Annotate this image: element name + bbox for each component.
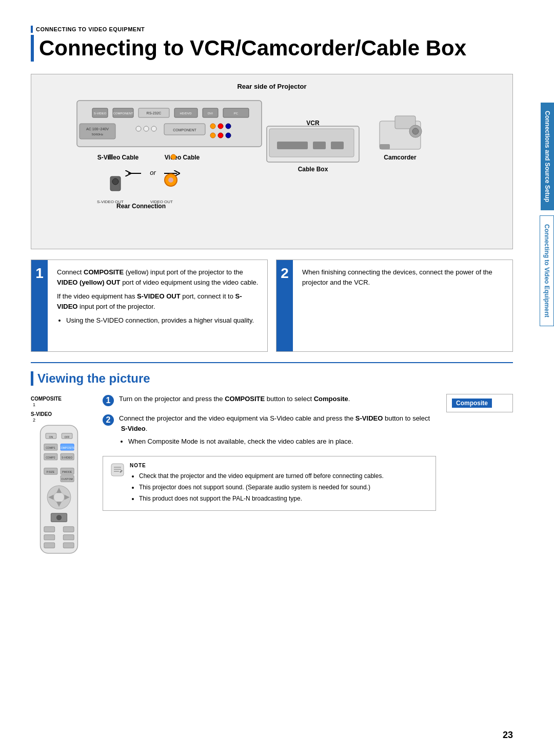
vstep-1-text: Turn on the projector and press the COMP…	[119, 394, 436, 404]
svg-text:PC: PC	[234, 112, 239, 115]
svg-text:S-Video Cable: S-Video Cable	[97, 154, 139, 161]
composite-box: Composite	[446, 394, 513, 412]
svg-point-19	[218, 124, 223, 129]
svg-text:COMPONENT: COMPONENT	[113, 112, 133, 115]
remote-area: COMPOSITE 1 S-VIDEO 2 ON OFF	[31, 394, 92, 558]
viewing-steps: 1 Turn on the projector and press the CO…	[103, 394, 436, 511]
svg-point-18	[210, 124, 215, 129]
remote-svg: ON OFF COMP1 COMPOSITE COMP2 S-VIDEO	[31, 423, 87, 556]
steps-row: 1 Connect COMPOSITE (yellow) input port …	[31, 260, 513, 352]
step-1-bullets: Using the S-VIDEO connection, provides a…	[66, 315, 260, 326]
note-label: NOTE	[130, 462, 384, 469]
svg-rect-82	[63, 527, 74, 532]
svg-text:ON: ON	[49, 435, 53, 439]
svg-text:OFF: OFF	[64, 435, 69, 439]
svg-text:P.SIZE: P.SIZE	[46, 470, 54, 473]
vstep-2-text: Connect the projector and the video equi…	[119, 413, 436, 449]
step-1-bullet-1: Using the S-VIDEO connection, provides a…	[66, 315, 260, 326]
note-bullets: Check that the projector and the video e…	[139, 471, 384, 503]
svg-text:COMPOSITE: COMPOSITE	[59, 446, 75, 449]
viewing-title: Viewing the picture	[31, 371, 513, 386]
step-2-number: 2	[276, 260, 293, 351]
step-2-box: 2 When finishing connecting the devices,…	[276, 260, 513, 352]
vstep-2-bullet-1: When Composite Mode is not available, ch…	[128, 436, 436, 447]
svg-rect-81	[44, 527, 55, 532]
step-2-main-text: When finishing connecting the devices, c…	[302, 267, 505, 287]
svg-rect-24	[80, 124, 115, 139]
svg-text:CUSTOM: CUSTOM	[61, 478, 72, 481]
svg-rect-85	[44, 543, 55, 548]
step-1-sub-text: If the video equipment has S-VIDEO OUT p…	[57, 291, 260, 311]
svg-text:S-VIDEO: S-VIDEO	[62, 456, 72, 459]
diagram-box: Rear side of Projector S-VIDEO COMPONENT…	[31, 74, 513, 249]
note-icon	[110, 463, 125, 481]
svg-point-20	[226, 124, 231, 129]
note-bullet-3: This product does not support the PAL-N …	[139, 494, 384, 503]
step-2-content: When finishing connecting the devices, c…	[297, 260, 512, 299]
svg-text:VCR: VCR	[306, 120, 320, 127]
svg-point-35	[112, 178, 118, 185]
composite-label: COMPOSITE	[31, 396, 62, 402]
vstep-2-bullets: When Composite Mode is not available, ch…	[128, 436, 436, 447]
composite-display: Composite	[446, 394, 513, 412]
projector-label: Rear side of Projector	[42, 83, 502, 90]
svideo-remote-label: S-VIDEO 2	[31, 409, 92, 423]
svg-point-37	[168, 177, 173, 183]
svg-text:COMP1: COMP1	[46, 446, 55, 449]
step-1-content: Connect COMPOSITE (yellow) input port of…	[52, 260, 267, 335]
viewing-section: Viewing the picture COMPOSITE 1 S-VIDEO …	[31, 362, 513, 558]
page-title: Connecting to VCR/Camcorder/Cable Box	[31, 35, 513, 62]
composite-remote-label: COMPOSITE 1	[31, 394, 92, 407]
svg-point-13	[136, 126, 141, 131]
vstep-2-number: 2	[103, 414, 114, 426]
side-tab-connections[interactable]: Connections and Source Setup	[541, 103, 554, 210]
svg-rect-28	[109, 154, 113, 160]
side-tab-video[interactable]: Connecting to Video Equipment	[540, 215, 554, 326]
svg-point-21	[210, 133, 215, 138]
svg-text:DVI: DVI	[208, 112, 213, 115]
svg-point-30	[171, 154, 176, 160]
page-title-text: Connecting to VCR/Camcorder/Cable Box	[39, 36, 466, 60]
svg-text:RS-232C: RS-232C	[147, 111, 162, 115]
svideo-label: S-VIDEO	[31, 411, 52, 417]
side-tab-2-label: Connecting to Video Equipment	[543, 224, 550, 317]
viewing-row: COMPOSITE 1 S-VIDEO 2 ON OFF	[31, 394, 513, 558]
svg-text:AC 100~240V: AC 100~240V	[86, 127, 109, 131]
note-content: NOTE Check that the projector and the vi…	[130, 462, 384, 505]
note-bullet-1: Check that the projector and the video e…	[139, 471, 384, 481]
page-number: 23	[503, 730, 513, 741]
svg-point-14	[144, 126, 149, 131]
note-icon-row: NOTE Check that the projector and the vi…	[110, 462, 428, 505]
svg-text:VIDEO OUT: VIDEO OUT	[150, 200, 173, 204]
vstep-1-number: 1	[103, 395, 114, 406]
svg-text:COMP2: COMP2	[46, 456, 55, 459]
note-box: NOTE Check that the projector and the vi…	[103, 456, 436, 511]
composite-highlight-label: Composite	[452, 399, 492, 408]
viewing-title-text: Viewing the picture	[37, 371, 150, 386]
svg-rect-44	[313, 142, 326, 149]
side-tab-1-label: Connections and Source Setup	[544, 111, 551, 202]
svg-text:50/60Hz: 50/60Hz	[92, 133, 103, 136]
section-label-text: CONNECTING TO VIDEO EQUIPMENT	[36, 26, 145, 32]
step-1-main-text: Connect COMPOSITE (yellow) input port of…	[57, 267, 260, 287]
svg-text:Cable Box: Cable Box	[298, 166, 328, 173]
svg-point-22	[218, 133, 223, 138]
svg-point-15	[151, 126, 156, 131]
svg-point-51	[412, 128, 419, 134]
svg-text:Video Cable: Video Cable	[165, 154, 200, 161]
svg-text:S-VIDEO OUT: S-VIDEO OUT	[97, 200, 124, 204]
svg-rect-87	[111, 464, 124, 476]
svg-text:Camcorder: Camcorder	[384, 154, 417, 161]
svg-rect-52	[380, 144, 390, 149]
connection-diagram: S-VIDEO COMPONENT RS-232C HD/DVD DVI PC …	[42, 95, 502, 239]
section-divider	[31, 362, 513, 363]
svg-rect-84	[63, 534, 74, 540]
svg-rect-43	[277, 142, 308, 149]
svg-text:COMPONENT: COMPONENT	[173, 128, 196, 132]
svg-rect-86	[63, 543, 74, 548]
note-bullet-2: This projector does not support sound. (…	[139, 483, 384, 492]
step-1-box: 1 Connect COMPOSITE (yellow) input port …	[31, 260, 268, 352]
section-label: CONNECTING TO VIDEO EQUIPMENT	[31, 26, 513, 33]
svg-point-68	[54, 492, 65, 503]
viewing-step-2: 2 Connect the projector and the video eq…	[103, 413, 436, 449]
